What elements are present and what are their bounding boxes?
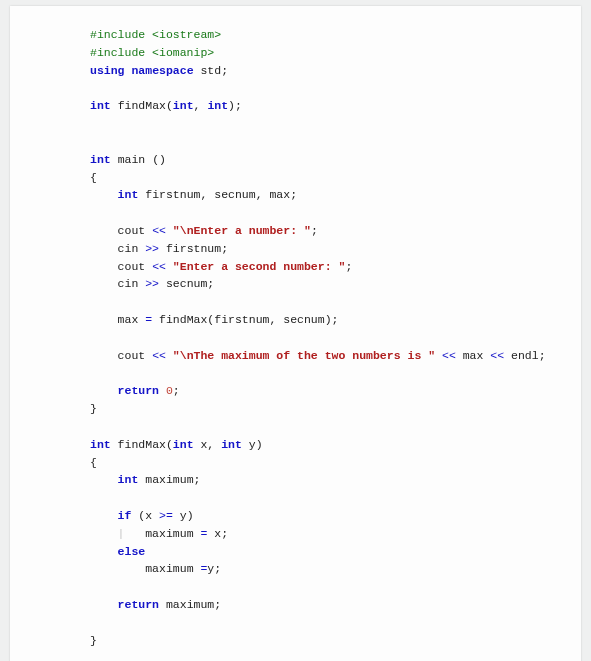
- blank-line: [90, 133, 581, 151]
- identifier: cin: [118, 277, 146, 290]
- identifier: findMax: [118, 99, 166, 112]
- code-line: cin >> firstnum;: [90, 240, 581, 258]
- blank-line: [90, 293, 581, 311]
- identifier: y): [173, 509, 194, 522]
- code-line: }: [90, 400, 581, 418]
- code-line: }: [90, 632, 581, 650]
- code-line: maximum =y;: [90, 560, 581, 578]
- code-line: int findMax(int, int);: [90, 97, 581, 115]
- identifier: findMax: [152, 313, 207, 326]
- identifier: y;: [207, 562, 221, 575]
- identifier: firstnum;: [159, 242, 228, 255]
- identifier: (x: [131, 509, 159, 522]
- keyword: int: [173, 438, 194, 451]
- keyword: return: [118, 384, 159, 397]
- identifier: maximum: [145, 562, 200, 575]
- keyword: if: [118, 509, 132, 522]
- code-line: {: [90, 454, 581, 472]
- identifier: max: [118, 313, 146, 326]
- code-line: #include <iostream>: [90, 26, 581, 44]
- punct: (: [166, 99, 173, 112]
- string: "\nThe maximum of the two numbers is ": [166, 349, 442, 362]
- keyword: return: [118, 598, 159, 611]
- code-line: cin >> secnum;: [90, 275, 581, 293]
- punct: (: [166, 438, 173, 451]
- code-line: return 0;: [90, 382, 581, 400]
- blank-line: [90, 204, 581, 222]
- keyword: int: [90, 153, 111, 166]
- blank-line: [90, 364, 581, 382]
- identifier: secnum;: [159, 277, 214, 290]
- code-line: #include <iomanip>: [90, 44, 581, 62]
- code-line: int findMax(int x, int y): [90, 436, 581, 454]
- identifier: main: [118, 153, 153, 166]
- identifier: cout: [118, 349, 153, 362]
- keyword: int: [90, 438, 111, 451]
- punct: ;: [221, 64, 228, 77]
- keyword: using: [90, 64, 125, 77]
- punct: ;: [345, 260, 352, 273]
- identifier: maximum;: [138, 473, 200, 486]
- code-line: int main (): [90, 151, 581, 169]
- identifier: firstnum, secnum, max;: [138, 188, 297, 201]
- code-line: return maximum;: [90, 596, 581, 614]
- identifier: findMax: [111, 438, 166, 451]
- identifier: cin: [118, 242, 146, 255]
- blank-line: [90, 79, 581, 97]
- blank-line: [90, 489, 581, 507]
- identifier: y): [242, 438, 263, 451]
- string: "Enter a second number: ": [166, 260, 345, 273]
- operator: <<: [490, 349, 504, 362]
- keyword: int: [207, 99, 228, 112]
- code-line: using namespace std;: [90, 62, 581, 80]
- string: "\nEnter a number: ": [166, 224, 311, 237]
- code-line: | maximum = x;: [90, 525, 581, 543]
- keyword: int: [221, 438, 242, 451]
- punct: (): [152, 153, 166, 166]
- punct: ;: [311, 224, 318, 237]
- operator: >>: [145, 242, 159, 255]
- preprocessor: #include <iostream>: [90, 28, 221, 41]
- brace: {: [90, 171, 97, 184]
- identifier: cout: [118, 260, 153, 273]
- keyword: else: [118, 545, 146, 558]
- brace: {: [90, 456, 97, 469]
- keyword: int: [173, 99, 194, 112]
- blank-line: [90, 115, 581, 133]
- blank-line: [90, 578, 581, 596]
- identifier: maximum;: [159, 598, 221, 611]
- blank-line: [90, 329, 581, 347]
- identifier: max: [456, 349, 491, 362]
- brace: }: [90, 402, 97, 415]
- number: 0: [166, 384, 173, 397]
- operator: <<: [442, 349, 456, 362]
- operator: >=: [159, 509, 173, 522]
- brace: }: [90, 634, 97, 647]
- identifier: x,: [194, 438, 222, 451]
- identifier: x;: [207, 527, 228, 540]
- code-line: int maximum;: [90, 471, 581, 489]
- blank-line: [90, 614, 581, 632]
- keyword: int: [118, 473, 139, 486]
- punct: ;: [173, 384, 180, 397]
- punct: ,: [194, 99, 208, 112]
- punct: );: [228, 99, 242, 112]
- code-line: else: [90, 543, 581, 561]
- code-line: max = findMax(firstnum, secnum);: [90, 311, 581, 329]
- indent-guide: |: [118, 527, 146, 540]
- operator: <<: [152, 349, 166, 362]
- identifier: cout: [118, 224, 153, 237]
- keyword: int: [118, 188, 139, 201]
- identifier: endl;: [504, 349, 545, 362]
- space: [159, 384, 166, 397]
- code-block: #include <iostream> #include <iomanip> u…: [10, 6, 581, 661]
- punct: (firstnum, secnum);: [207, 313, 338, 326]
- operator: <<: [152, 224, 166, 237]
- keyword: int: [90, 99, 111, 112]
- identifier: std: [200, 64, 221, 77]
- identifier: maximum: [145, 527, 200, 540]
- keyword: namespace: [131, 64, 193, 77]
- code-line: int firstnum, secnum, max;: [90, 186, 581, 204]
- code-line: cout << "\nEnter a number: ";: [90, 222, 581, 240]
- operator: >>: [145, 277, 159, 290]
